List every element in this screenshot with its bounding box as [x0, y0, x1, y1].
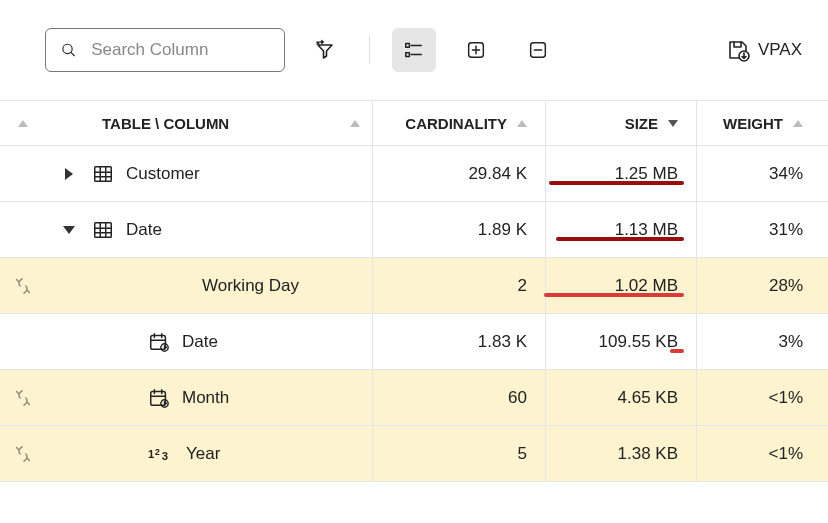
row-size-cell: 1.13 MB — [546, 220, 696, 240]
link-break-icon — [12, 275, 34, 297]
row-name-label: Date — [126, 220, 162, 240]
expand-toggle[interactable] — [46, 168, 92, 180]
row-size-label: 4.65 KB — [618, 388, 679, 408]
svg-rect-18 — [95, 222, 112, 237]
columns-table: TABLE \ COLUMN CARDINALITY SIZE WEIGHT C… — [0, 100, 828, 482]
row-weight-cell: <1% — [697, 388, 817, 408]
table-header: TABLE \ COLUMN CARDINALITY SIZE WEIGHT — [0, 100, 828, 146]
calendar-icon — [148, 387, 170, 409]
chevron-down-icon — [63, 226, 75, 234]
table-body: Customer29.84 K1.25 MB34%Date1.89 K1.13 … — [0, 146, 828, 482]
size-bar — [670, 349, 684, 353]
svg-rect-4 — [406, 53, 410, 57]
row-name-cell: Month — [92, 387, 372, 409]
table-row[interactable]: Month604.65 KB<1% — [0, 370, 828, 426]
row-size-cell: 1.02 MB — [546, 276, 696, 296]
expand-icon — [465, 39, 487, 61]
toolbar: VPAX — [0, 0, 828, 100]
row-name-label: Working Day — [202, 276, 299, 296]
row-cardinality-cell: 2 — [373, 276, 545, 296]
row-cardinality-cell: 29.84 K — [373, 164, 545, 184]
row-size-cell: 1.25 MB — [546, 164, 696, 184]
expand-all-button[interactable] — [454, 28, 498, 72]
sort-indicator-icon — [18, 120, 28, 127]
row-size-cell: 1.38 KB — [546, 444, 696, 464]
row-name-cell: Date — [92, 219, 372, 241]
row-size-cell: 109.55 KB — [546, 332, 696, 352]
svg-line-37 — [17, 447, 19, 449]
svg-line-1 — [71, 52, 74, 55]
table-row[interactable]: 123Year51.38 KB<1% — [0, 426, 828, 482]
collapse-all-button[interactable] — [516, 28, 560, 72]
table-row[interactable]: Customer29.84 K1.25 MB34% — [0, 146, 828, 202]
svg-rect-2 — [406, 44, 410, 48]
svg-text:3: 3 — [162, 450, 168, 462]
row-name-label: Year — [186, 444, 220, 464]
sort-indicator-icon — [793, 120, 803, 127]
link-break-icon — [12, 387, 34, 409]
save-download-icon — [726, 38, 750, 62]
search-box[interactable] — [45, 28, 285, 72]
row-name-label: Date — [182, 332, 218, 352]
row-weight-cell: 31% — [697, 220, 817, 240]
row-cardinality-cell: 5 — [373, 444, 545, 464]
sort-indicator-icon — [350, 120, 360, 127]
table-row[interactable]: Working Day21.02 MB28% — [0, 258, 828, 314]
list-tree-icon — [403, 39, 425, 61]
size-bar — [556, 237, 684, 241]
header-size-label: SIZE — [625, 115, 658, 132]
row-gutter — [0, 275, 46, 297]
svg-text:2: 2 — [155, 446, 160, 456]
link-break-icon — [12, 443, 34, 465]
size-bar — [549, 181, 684, 185]
header-cardinality-label: CARDINALITY — [405, 115, 507, 132]
expand-toggle[interactable] — [46, 226, 92, 234]
row-size-label: 109.55 KB — [599, 332, 678, 352]
svg-line-31 — [28, 402, 30, 404]
sort-indicator-icon — [668, 120, 678, 127]
group-columns-button[interactable] — [392, 28, 436, 72]
svg-rect-25 — [151, 335, 166, 349]
row-name-cell: Customer — [92, 163, 372, 185]
collapse-icon — [527, 39, 549, 61]
search-icon — [60, 40, 77, 60]
svg-line-38 — [28, 458, 30, 460]
header-gutter — [0, 120, 46, 127]
header-size[interactable]: SIZE — [546, 115, 696, 132]
row-size-label: 1.38 KB — [618, 444, 679, 464]
filter-magic-icon — [313, 38, 337, 62]
row-weight-cell: 28% — [697, 276, 817, 296]
svg-line-23 — [17, 279, 19, 281]
vpax-label: VPAX — [758, 40, 802, 60]
header-name-label: TABLE \ COLUMN — [102, 115, 229, 132]
row-cardinality-cell: 1.83 K — [373, 332, 545, 352]
row-name-cell: 123Year — [92, 444, 372, 464]
header-cardinality[interactable]: CARDINALITY — [373, 115, 545, 132]
row-weight-cell: 3% — [697, 332, 817, 352]
row-cardinality-cell: 1.89 K — [373, 220, 545, 240]
filter-magic-button[interactable] — [303, 28, 347, 72]
sort-indicator-icon — [517, 120, 527, 127]
row-name-label: Month — [182, 388, 229, 408]
svg-line-30 — [17, 391, 19, 393]
svg-rect-13 — [95, 166, 112, 181]
chevron-right-icon — [65, 168, 73, 180]
svg-rect-32 — [151, 391, 166, 405]
header-weight[interactable]: WEIGHT — [697, 115, 817, 132]
table-icon — [92, 163, 114, 185]
row-name-cell: Working Day — [92, 276, 372, 296]
row-cardinality-cell: 60 — [373, 388, 545, 408]
header-name[interactable]: TABLE \ COLUMN — [92, 115, 372, 132]
row-weight-cell: <1% — [697, 444, 817, 464]
size-bar — [544, 293, 684, 297]
toolbar-separator — [369, 36, 370, 64]
search-input[interactable] — [89, 39, 270, 61]
vpax-export-button[interactable]: VPAX — [726, 38, 808, 62]
row-weight-cell: 34% — [697, 164, 817, 184]
table-row[interactable]: Date1.89 K1.13 MB31% — [0, 202, 828, 258]
row-size-cell: 4.65 KB — [546, 388, 696, 408]
number-icon: 123 — [148, 444, 174, 464]
header-weight-label: WEIGHT — [723, 115, 783, 132]
table-row[interactable]: Date1.83 K109.55 KB3% — [0, 314, 828, 370]
svg-line-24 — [28, 290, 30, 292]
